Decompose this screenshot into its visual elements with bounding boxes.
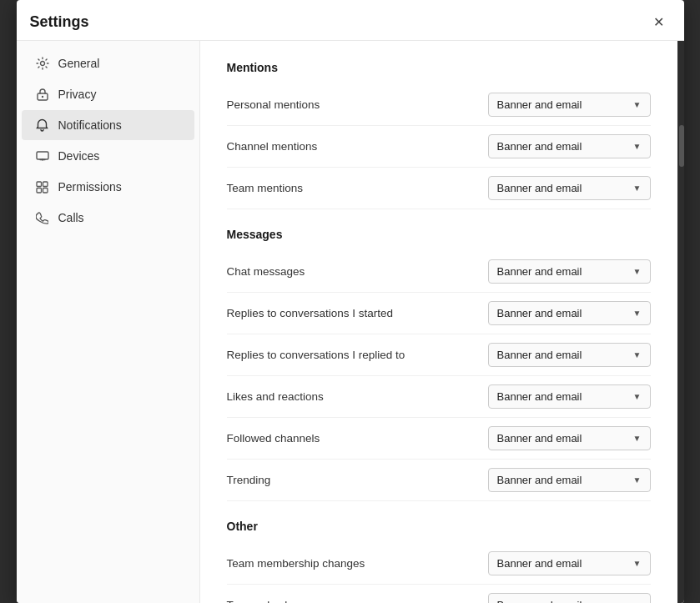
chevron-down-icon: ▼ <box>633 475 642 485</box>
dropdown-value-team-membership: Banner and email <box>497 557 627 570</box>
gear-icon <box>35 56 50 71</box>
bell-icon <box>35 118 50 133</box>
sidebar-label-permissions: Permissions <box>58 180 122 193</box>
svg-point-2 <box>41 96 43 98</box>
setting-row-team-role: Team role changes Banner and email ▼ <box>227 585 651 603</box>
chevron-down-icon: ▼ <box>633 267 642 276</box>
setting-row-replies-started: Replies to conversations I started Banne… <box>227 293 651 334</box>
dropdown-likes-reactions[interactable]: Banner and email ▼ <box>488 384 651 409</box>
label-channel-mentions: Channel mentions <box>227 140 488 153</box>
section-header-messages: Messages <box>227 228 651 241</box>
sidebar-label-calls: Calls <box>58 211 84 224</box>
content-area: General Privacy <box>17 41 684 603</box>
sidebar-label-notifications: Notifications <box>58 118 122 132</box>
title-bar: Settings ✕ <box>17 0 684 41</box>
sidebar-label-devices: Devices <box>58 149 100 163</box>
setting-row-channel-mentions: Channel mentions Banner and email ▼ <box>227 126 651 168</box>
dropdown-personal-mentions[interactable]: Banner and email ▼ <box>488 93 651 117</box>
label-team-role: Team role changes <box>227 599 488 603</box>
setting-row-team-mentions: Team mentions Banner and email ▼ <box>227 168 651 209</box>
setting-row-personal-mentions: Personal mentions Banner and email ▼ <box>227 84 651 126</box>
lock-icon <box>35 87 50 102</box>
chevron-down-icon: ▼ <box>633 434 642 443</box>
grid-icon <box>35 179 50 194</box>
sidebar-item-calls[interactable]: Calls <box>22 203 194 233</box>
chevron-down-icon: ▼ <box>633 559 642 568</box>
chevron-down-icon: ▼ <box>633 309 642 318</box>
chevron-down-icon: ▼ <box>633 392 642 401</box>
scrollbar-thumb[interactable] <box>679 125 684 167</box>
main-content: Mentions Personal mentions Banner and em… <box>200 41 677 603</box>
sidebar-label-privacy: Privacy <box>58 88 97 101</box>
setting-row-likes-reactions: Likes and reactions Banner and email ▼ <box>227 376 651 418</box>
chevron-down-icon: ▼ <box>633 183 642 193</box>
label-trending: Trending <box>227 474 488 486</box>
label-team-mentions: Team mentions <box>227 182 488 194</box>
dropdown-value-personal-mentions: Banner and email <box>497 98 627 111</box>
dropdown-team-mentions[interactable]: Banner and email ▼ <box>488 176 651 200</box>
dropdown-followed-channels[interactable]: Banner and email ▼ <box>488 426 651 450</box>
svg-rect-4 <box>37 182 42 187</box>
dropdown-value-trending: Banner and email <box>497 474 627 486</box>
label-followed-channels: Followed channels <box>227 432 488 445</box>
sidebar-item-devices[interactable]: Devices <box>22 141 194 171</box>
dropdown-value-replies-replied: Banner and email <box>497 349 627 361</box>
svg-rect-5 <box>43 182 48 187</box>
svg-rect-6 <box>37 188 42 193</box>
section-header-mentions: Mentions <box>227 61 651 74</box>
settings-window: Settings ✕ General <box>17 0 684 603</box>
section-header-other: Other <box>227 520 651 533</box>
label-team-membership: Team membership changes <box>227 557 488 570</box>
label-personal-mentions: Personal mentions <box>227 98 488 111</box>
sidebar: General Privacy <box>17 41 200 603</box>
sidebar-item-privacy[interactable]: Privacy <box>22 79 194 109</box>
dropdown-team-role[interactable]: Banner and email ▼ <box>488 593 651 603</box>
dropdown-value-replies-started: Banner and email <box>497 307 627 319</box>
setting-row-replies-replied: Replies to conversations I replied to Ba… <box>227 334 651 376</box>
chevron-down-icon: ▼ <box>633 100 642 109</box>
label-chat-messages: Chat messages <box>227 265 488 278</box>
setting-row-team-membership: Team membership changes Banner and email… <box>227 543 651 585</box>
chevron-down-icon: ▼ <box>633 142 642 151</box>
sidebar-label-general: General <box>58 57 100 70</box>
dropdown-value-followed-channels: Banner and email <box>497 432 627 445</box>
label-replies-replied: Replies to conversations I replied to <box>227 349 488 361</box>
dropdown-value-chat-messages: Banner and email <box>497 265 627 278</box>
device-icon <box>35 148 50 163</box>
dropdown-value-team-mentions: Banner and email <box>497 182 627 194</box>
dropdown-team-membership[interactable]: Banner and email ▼ <box>488 551 651 575</box>
dropdown-trending[interactable]: Banner and email ▼ <box>488 468 651 492</box>
sidebar-item-notifications[interactable]: Notifications <box>22 110 194 140</box>
dropdown-value-team-role: Banner and email <box>497 599 627 603</box>
chevron-down-icon: ▼ <box>633 350 642 359</box>
svg-rect-3 <box>37 152 48 159</box>
dropdown-value-likes-reactions: Banner and email <box>497 390 627 403</box>
sidebar-item-permissions[interactable]: Permissions <box>22 172 194 202</box>
svg-rect-7 <box>43 188 48 193</box>
dropdown-chat-messages[interactable]: Banner and email ▼ <box>488 259 651 284</box>
dropdown-replies-replied[interactable]: Banner and email ▼ <box>488 343 651 367</box>
right-scrollbar <box>677 41 684 603</box>
dropdown-replies-started[interactable]: Banner and email ▼ <box>488 301 651 325</box>
setting-row-followed-channels: Followed channels Banner and email ▼ <box>227 418 651 460</box>
label-likes-reactions: Likes and reactions <box>227 390 488 403</box>
label-replies-started: Replies to conversations I started <box>227 307 488 319</box>
svg-point-0 <box>40 62 44 66</box>
close-button[interactable]: ✕ <box>647 10 671 33</box>
phone-icon <box>35 210 50 225</box>
setting-row-chat-messages: Chat messages Banner and email ▼ <box>227 251 651 293</box>
setting-row-trending: Trending Banner and email ▼ <box>227 460 651 501</box>
window-title: Settings <box>30 13 89 31</box>
sidebar-item-general[interactable]: General <box>22 48 194 78</box>
dropdown-channel-mentions[interactable]: Banner and email ▼ <box>488 134 651 158</box>
dropdown-value-channel-mentions: Banner and email <box>497 140 627 153</box>
